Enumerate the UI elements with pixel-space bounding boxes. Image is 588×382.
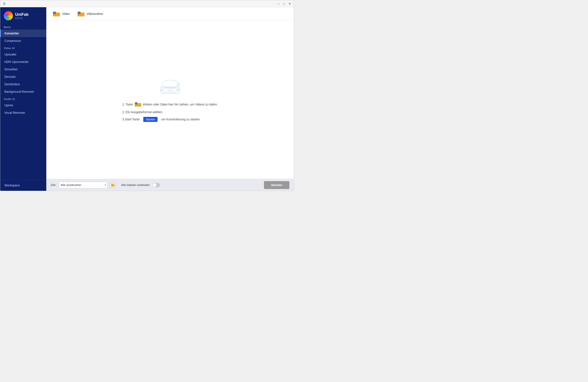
sidebar-item-workspace[interactable]: Workspace xyxy=(0,181,46,189)
instruction-list: 1. Taste + klicken oder Datei hier hin z… xyxy=(122,101,218,122)
step3-suffix: um Konvertierung zu starten. xyxy=(161,118,201,121)
sidebar-item-label: Vocal Remover xyxy=(4,111,25,115)
sidebar-item-label: HDR Upconverter xyxy=(4,60,28,64)
video-btn-label: Video xyxy=(62,12,70,16)
step1-prefix: 1. Taste xyxy=(122,103,133,106)
path-select-wrap: Wie Quellordner ▾ xyxy=(59,182,107,188)
browse-folder-button[interactable] xyxy=(110,182,116,188)
svg-point-11 xyxy=(161,89,163,91)
sidebar-item-compressor[interactable]: Compressor xyxy=(0,37,46,44)
sidebar-item-upmix[interactable]: Upmix xyxy=(0,101,46,109)
sidebar-item-label: Compressor xyxy=(4,39,21,42)
sidebar-item-smoother[interactable]: Smoother xyxy=(0,66,46,73)
sidebar-item-deinterlace[interactable]: Deinterlace xyxy=(0,80,46,88)
content-area: + Video + Videoordner xyxy=(46,7,294,191)
sidebar-item-vocal-remover[interactable]: Vocal Remover xyxy=(0,109,46,117)
window-controls: ─ □ ✕ xyxy=(276,1,292,6)
step1-suffix: klicken oder Datei hier hin ziehen, um V… xyxy=(143,103,218,106)
drop-illustration xyxy=(155,78,185,98)
svg-text:+: + xyxy=(79,12,80,14)
sidebar-item-label: Smoother xyxy=(4,68,18,71)
folder-video-icon: + xyxy=(52,11,60,17)
add-video-button[interactable]: + Video xyxy=(51,10,72,18)
maximize-button[interactable]: □ xyxy=(282,1,286,6)
minimize-button[interactable]: ─ xyxy=(276,1,281,6)
illustration-svg xyxy=(155,78,185,98)
path-select[interactable]: Wie Quellordner xyxy=(59,182,107,188)
folder-icon: + xyxy=(77,11,85,17)
starten-inline-button[interactable]: Starten xyxy=(143,117,158,122)
logo-icon xyxy=(4,11,13,20)
section-basic: Basic xyxy=(0,23,46,30)
sidebar-item-label: Upmix xyxy=(4,103,13,107)
instruction-step2: 2. Ein Ausgabeformat wählen. xyxy=(122,110,218,114)
drop-area: 1. Taste + klicken oder Datei hier hin z… xyxy=(46,20,294,179)
sidebar-item-denoise[interactable]: Denoise xyxy=(0,73,46,80)
app-name: UniFab xyxy=(15,12,28,17)
merge-label: Alle Dateien verbinden xyxy=(121,183,150,187)
folder-btn-label: Videoordner xyxy=(87,12,103,16)
add-icon-inline: + xyxy=(134,101,142,107)
sidebar-item-label: Background Remover xyxy=(4,90,34,93)
sidebar-item-label: Workspace xyxy=(4,183,20,187)
svg-text:+: + xyxy=(136,103,137,105)
sidebar-item-label: Denoise xyxy=(4,75,16,79)
section-video-ai: Video AI xyxy=(0,44,46,51)
sidebar-item-upscaler[interactable]: Upscaler xyxy=(0,51,46,58)
sidebar-item-hdr-upconverter[interactable]: HDR Upconverter xyxy=(0,58,46,66)
svg-point-4 xyxy=(162,80,178,88)
section-audio-ai: Audio AI xyxy=(0,95,46,101)
sidebar-item-converter[interactable]: Converter xyxy=(0,30,46,37)
merge-toggle[interactable] xyxy=(152,183,160,187)
title-bar: ☰ ─ □ ✕ xyxy=(0,0,294,7)
starten-button[interactable]: Starten xyxy=(264,181,289,189)
toolbar: + Video + Videoordner xyxy=(46,7,294,20)
sidebar-item-label: Upscaler xyxy=(4,53,17,56)
main-layout: UniFab 2.0.3.4 Basic Converter Compresso… xyxy=(0,7,294,191)
svg-text:+: + xyxy=(54,12,55,14)
bottom-bar: Ziel: Wie Quellordner ▾ Alle Dateien ver… xyxy=(46,179,294,191)
step3-prefix: 3.Start-Taste xyxy=(122,118,140,121)
instruction-step3: 3.Start-Taste Starten um Konvertierung z… xyxy=(122,117,218,122)
sidebar-bottom: Workspace xyxy=(0,180,46,191)
step2-text: 2. Ein Ausgabeformat wählen. xyxy=(122,110,163,114)
logo-area: UniFab 2.0.3.4 xyxy=(0,7,46,23)
sidebar-item-background-remover[interactable]: Background Remover xyxy=(0,88,46,95)
ziel-label: Ziel: xyxy=(51,183,56,187)
logo-text: UniFab 2.0.3.4 xyxy=(15,12,28,20)
menu-button[interactable]: ☰ xyxy=(2,1,6,6)
sidebar: UniFab 2.0.3.4 Basic Converter Compresso… xyxy=(0,7,46,191)
app-version: 2.0.3.4 xyxy=(15,17,28,20)
folder-browse-icon xyxy=(111,183,115,187)
instruction-step1: 1. Taste + klicken oder Datei hier hin z… xyxy=(122,101,218,107)
sidebar-item-label: Deinterlace xyxy=(4,82,20,86)
sidebar-item-label: Converter xyxy=(4,32,19,35)
close-button[interactable]: ✕ xyxy=(288,1,292,6)
add-folder-button[interactable]: + Videoordner xyxy=(75,10,105,18)
svg-point-12 xyxy=(177,89,179,91)
app-window: ☰ ─ □ ✕ UniFab 2.0.3.4 Basic Converter C… xyxy=(0,0,294,191)
